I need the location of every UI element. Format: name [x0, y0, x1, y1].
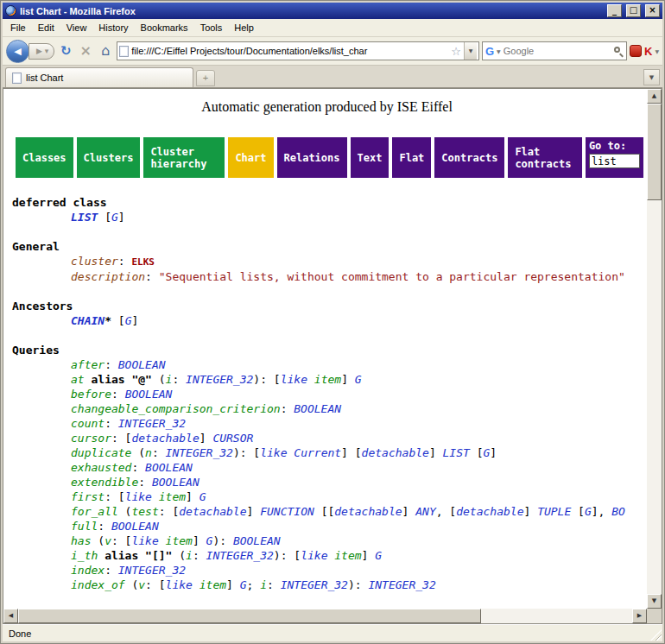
scroll-left-button[interactable]: ◀ [3, 609, 18, 623]
type-link[interactable]: ANY [415, 505, 435, 518]
type-link[interactable]: like [301, 549, 334, 562]
address-bar[interactable]: ☆ ▼ [117, 41, 479, 60]
type-link[interactable]: detachable [179, 505, 246, 518]
maximize-button[interactable]: □ [626, 4, 641, 17]
vertical-scrollbar-thumb[interactable] [647, 104, 662, 200]
code-text: ): [348, 578, 368, 591]
code-line: description: "Sequential lists, without … [10, 269, 643, 284]
minimize-button[interactable]: _ [607, 4, 622, 17]
url-input[interactable] [131, 46, 448, 56]
type-link[interactable]: detachable [456, 505, 523, 518]
type-link[interactable]: like Current [260, 446, 341, 459]
code-text: [ [98, 211, 111, 224]
type-link[interactable]: BOOLEAN [145, 461, 193, 474]
horizontal-scrollbar-track[interactable] [481, 609, 632, 623]
refresh-button[interactable]: ↻ [57, 42, 74, 60]
type-link[interactable]: BOOLEAN [125, 388, 173, 401]
class-link[interactable]: CHAIN [71, 314, 104, 327]
type-link[interactable]: like [281, 373, 314, 386]
forward-button[interactable]: ▶ ▾ [28, 43, 54, 60]
search-bar[interactable]: G ▼ [482, 41, 627, 60]
type-link[interactable]: like [166, 578, 200, 591]
type-link[interactable]: INTEGER_32 [166, 446, 233, 459]
type-link[interactable]: INTEGER_32 [118, 564, 186, 577]
type-link[interactable]: detachable [362, 446, 429, 459]
nav-button-contracts[interactable]: Contracts [434, 137, 504, 178]
nav-button-cluster-hierarchy[interactable]: Cluster hierarchy [143, 137, 225, 178]
status-bar: Done [3, 624, 662, 641]
bookmark-star-icon[interactable]: ☆ [451, 45, 461, 58]
type-link[interactable]: G [375, 549, 382, 562]
menu-tools[interactable]: Tools [194, 20, 229, 35]
nav-button-text[interactable]: Text [351, 137, 390, 178]
extension-icon[interactable] [630, 45, 642, 57]
menu-bookmarks[interactable]: Bookmarks [135, 20, 194, 35]
type-link[interactable]: TUPLE [537, 505, 571, 518]
scroll-right-button[interactable]: ▶ [632, 609, 647, 623]
menu-help[interactable]: Help [228, 20, 260, 35]
menu-view[interactable]: View [60, 20, 93, 35]
type-link[interactable]: INTEGER_32 [186, 373, 253, 386]
type-link[interactable]: BO [611, 505, 625, 518]
url-dropdown-button[interactable]: ▼ [464, 42, 477, 60]
type-link[interactable]: LIST [443, 446, 470, 459]
nav-button-flat[interactable]: Flat [392, 137, 431, 178]
type-link[interactable]: G [111, 211, 118, 224]
class-link[interactable]: LIST [71, 211, 98, 224]
type-link[interactable]: detachable [131, 432, 199, 445]
search-icon[interactable] [614, 47, 624, 56]
nav-button-flat-contracts[interactable]: Flat contracts [508, 137, 582, 178]
nav-button-classes[interactable]: Classes [16, 137, 73, 178]
type-link[interactable]: BOOLEAN [152, 476, 200, 489]
horizontal-scrollbar[interactable]: ◀ ▶ [3, 609, 647, 623]
type-link[interactable]: INTEGER_32 [206, 549, 274, 562]
search-input[interactable] [504, 46, 611, 56]
nav-button-relations[interactable]: Relations [277, 137, 347, 178]
search-engine-dropdown-icon[interactable]: ▼ [497, 48, 501, 54]
type-link[interactable]: like [125, 490, 159, 503]
type-link[interactable]: detachable [334, 505, 402, 518]
cluster-link[interactable]: ELKS [131, 256, 155, 268]
resize-grip[interactable] [650, 629, 662, 641]
scroll-down-button[interactable]: ▼ [647, 594, 662, 609]
type-link[interactable]: G [355, 373, 362, 386]
scroll-up-button[interactable]: ▲ [647, 89, 662, 104]
new-tab-button[interactable]: + [196, 70, 215, 86]
type-link[interactable]: G [585, 505, 592, 518]
type-link[interactable]: BOOLEAN [111, 520, 159, 533]
menu-edit[interactable]: Edit [32, 20, 60, 35]
menu-history[interactable]: History [92, 20, 134, 35]
back-button[interactable]: ◀ [6, 40, 29, 63]
type-link[interactable]: BOOLEAN [118, 358, 166, 371]
toolbar-overflow-icon[interactable]: ▼ [655, 48, 659, 54]
google-engine-icon[interactable]: G [485, 45, 494, 58]
type-link[interactable]: INTEGER_32 [368, 578, 435, 591]
goto-input[interactable] [589, 154, 640, 168]
feature-name: duplicate [71, 446, 131, 459]
title-bar[interactable]: list Chart - Mozilla Firefox _ □ × [3, 3, 662, 19]
list-all-tabs-button[interactable]: ▼ [643, 69, 660, 85]
vertical-scrollbar[interactable]: ▲ ▼ [647, 89, 662, 609]
code-text: ): [ [253, 373, 280, 386]
code-text: ): [ [233, 446, 260, 459]
code-text: : [ [145, 578, 165, 591]
type-link[interactable]: INTEGER_32 [118, 417, 186, 430]
type-link[interactable]: BOOLEAN [294, 402, 341, 415]
nav-button-chart[interactable]: Chart [228, 137, 273, 178]
nav-button-go-to[interactable]: Go to: [586, 137, 643, 178]
horizontal-scrollbar-thumb[interactable] [18, 609, 481, 623]
tab-list-chart[interactable]: list Chart [5, 67, 193, 87]
type-link[interactable]: FUNCTION [260, 505, 314, 518]
type-link[interactable]: G [240, 578, 247, 591]
type-link[interactable]: like [131, 534, 165, 547]
menu-file[interactable]: File [4, 20, 32, 35]
extension-k-icon[interactable]: K [644, 45, 652, 58]
stop-button[interactable]: × [77, 42, 94, 60]
nav-button-clusters[interactable]: Clusters [77, 137, 141, 178]
type-link[interactable]: G [200, 490, 206, 503]
close-button[interactable]: × [645, 4, 660, 17]
type-link[interactable]: INTEGER_32 [281, 578, 348, 591]
type-link[interactable]: BOOLEAN [233, 534, 281, 547]
home-button[interactable]: ⌂ [97, 42, 114, 60]
type-link[interactable]: CURSOR [212, 432, 253, 445]
